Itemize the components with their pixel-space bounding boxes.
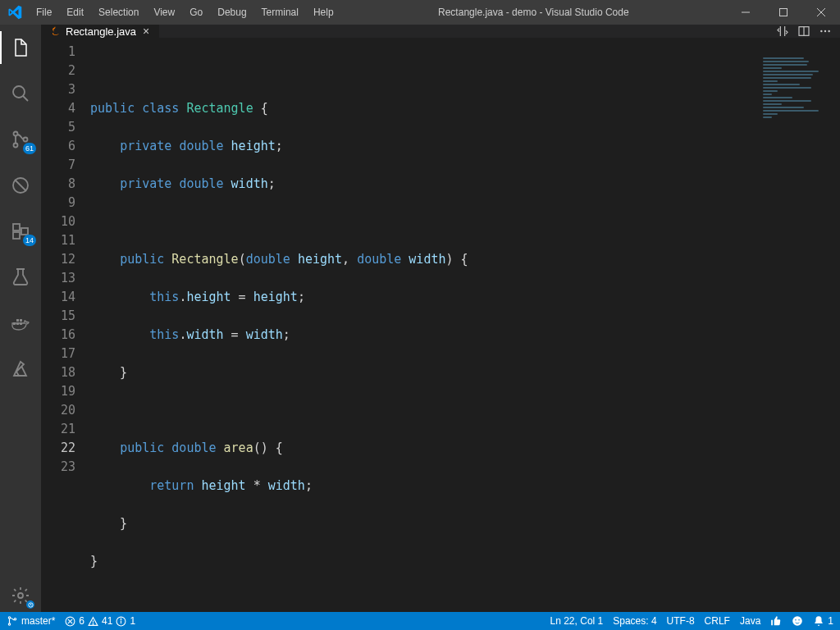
scm-badge: 61 xyxy=(23,143,36,154)
menu-help[interactable]: Help xyxy=(307,3,340,21)
svg-point-19 xyxy=(18,593,23,598)
menu-selection[interactable]: Selection xyxy=(92,3,145,21)
svg-point-25 xyxy=(828,30,829,32)
tab-close-icon[interactable]: × xyxy=(141,25,151,38)
svg-line-5 xyxy=(23,96,28,101)
compare-changes-icon[interactable] xyxy=(776,25,789,38)
split-editor-icon[interactable] xyxy=(797,25,810,38)
svg-rect-11 xyxy=(13,224,20,231)
maximize-button[interactable] xyxy=(765,0,802,25)
svg-rect-13 xyxy=(21,228,28,235)
settings-gear-icon[interactable] xyxy=(0,579,41,612)
tab-bar: Rectangle.java × xyxy=(41,25,840,38)
svg-rect-18 xyxy=(20,319,22,322)
docker-icon[interactable] xyxy=(0,307,41,340)
more-actions-icon[interactable] xyxy=(819,25,832,38)
window-title: Rectangle.java - demo - Visual Studio Co… xyxy=(340,7,727,18)
svg-point-8 xyxy=(24,138,28,142)
svg-line-10 xyxy=(15,180,26,191)
activity-bar: 61 14 xyxy=(0,25,41,612)
menu-terminal[interactable]: Terminal xyxy=(255,3,305,21)
svg-rect-1 xyxy=(780,9,788,16)
tab-rectangle-java[interactable]: Rectangle.java × xyxy=(41,25,160,38)
java-file-icon xyxy=(49,25,61,37)
editor-group: Rectangle.java × 12345 678910 1112131415… xyxy=(41,25,840,612)
menu-edit[interactable]: Edit xyxy=(60,3,90,21)
debug-icon[interactable] xyxy=(0,169,41,202)
extensions-icon[interactable]: 14 xyxy=(0,215,41,248)
menu-view[interactable]: View xyxy=(147,3,181,21)
vscode-logo-icon xyxy=(0,5,30,20)
svg-point-26 xyxy=(8,617,10,619)
source-control-icon[interactable]: 61 xyxy=(0,123,41,156)
line-number-gutter: 12345 678910 1112131415 1617181920 21222… xyxy=(41,38,90,630)
window-controls xyxy=(727,0,840,25)
svg-point-24 xyxy=(824,30,826,32)
code-content[interactable]: public class Rectangle { private double … xyxy=(90,38,840,630)
close-button[interactable] xyxy=(802,0,840,25)
svg-point-4 xyxy=(13,86,25,98)
title-bar: File Edit Selection View Go Debug Termin… xyxy=(0,0,840,25)
tab-label: Rectangle.java xyxy=(66,25,136,38)
menu-bar: File Edit Selection View Go Debug Termin… xyxy=(30,3,340,21)
menu-debug[interactable]: Debug xyxy=(211,3,253,21)
menu-file[interactable]: File xyxy=(30,3,58,21)
svg-rect-12 xyxy=(13,232,20,239)
minimize-button[interactable] xyxy=(727,0,765,25)
svg-point-6 xyxy=(14,132,18,136)
azure-icon[interactable] xyxy=(0,353,41,386)
svg-rect-17 xyxy=(16,319,19,322)
extensions-badge: 14 xyxy=(23,235,36,246)
menu-go[interactable]: Go xyxy=(183,3,209,21)
search-icon[interactable] xyxy=(0,77,41,110)
explorer-icon[interactable] xyxy=(0,31,41,64)
svg-point-23 xyxy=(820,30,822,32)
test-beaker-icon[interactable] xyxy=(0,261,41,294)
svg-point-7 xyxy=(14,144,18,148)
code-editor[interactable]: 12345 678910 1112131415 1617181920 21222… xyxy=(41,38,840,630)
settings-sync-indicator-icon xyxy=(26,600,34,609)
svg-point-27 xyxy=(8,623,10,625)
svg-point-28 xyxy=(14,619,16,620)
